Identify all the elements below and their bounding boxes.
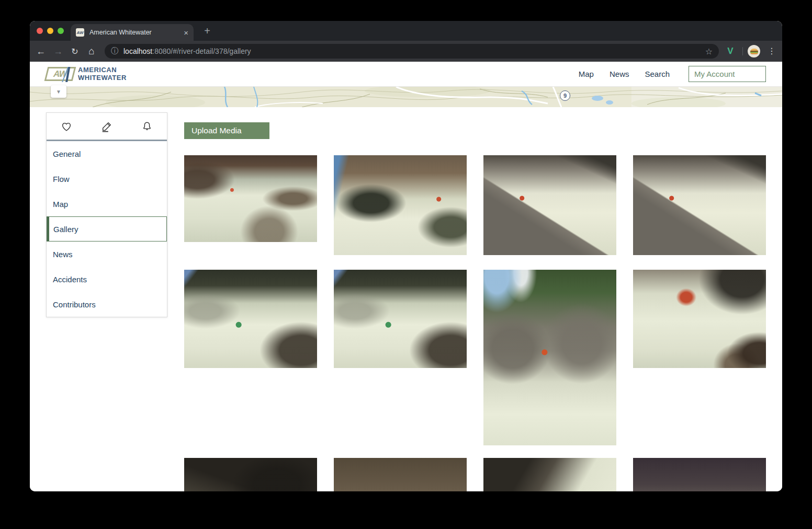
gallery-photo[interactable] bbox=[184, 155, 317, 242]
home-icon[interactable]: ⌂ bbox=[84, 41, 99, 62]
address-bar[interactable]: ⓘ localhost:8080/#/river-detail/378/gall… bbox=[105, 44, 719, 59]
pencil-icon bbox=[101, 121, 112, 132]
nav-link-map[interactable]: Map bbox=[579, 70, 594, 78]
browser-window: AW American Whitewater × + ← → ↻ ⌂ ⓘ loc… bbox=[30, 21, 782, 491]
sidebar-icon-row bbox=[47, 113, 167, 140]
sidebar-item-general[interactable]: General bbox=[47, 141, 167, 166]
photo-grid bbox=[184, 155, 766, 491]
heart-icon bbox=[61, 121, 72, 132]
river-map-preview[interactable]: ▼ 9 bbox=[30, 87, 782, 107]
upload-media-button[interactable]: Upload Media bbox=[184, 122, 269, 139]
gallery-photo[interactable] bbox=[184, 270, 317, 368]
gallery-photo[interactable] bbox=[483, 458, 616, 491]
nav-link-search[interactable]: Search bbox=[645, 70, 670, 78]
page-content: AW AMERICAN WHITEWATER Map News Search M… bbox=[30, 62, 782, 491]
bookmark-star-icon[interactable]: ☆ bbox=[705, 47, 713, 56]
close-window-button[interactable] bbox=[37, 28, 43, 34]
window-controls bbox=[37, 28, 64, 34]
photo-grid-row bbox=[184, 458, 766, 491]
site-logo[interactable]: AW AMERICAN WHITEWATER bbox=[46, 66, 127, 82]
sidebar-item-news[interactable]: News bbox=[47, 242, 167, 267]
topo-map-graphic bbox=[30, 87, 782, 107]
photo-grid-row bbox=[184, 270, 766, 445]
my-account-button[interactable]: My Account bbox=[689, 66, 766, 82]
aw-logo-mark: AW bbox=[44, 67, 76, 81]
vue-devtools-icon[interactable]: V bbox=[725, 41, 736, 62]
edit-button[interactable] bbox=[87, 113, 127, 140]
screen: AW American Whitewater × + ← → ↻ ⌂ ⓘ loc… bbox=[0, 0, 812, 529]
site-favicon-icon: AW bbox=[76, 28, 84, 37]
minimize-window-button[interactable] bbox=[47, 28, 53, 34]
overflow-menu-icon[interactable]: ⋮ bbox=[766, 41, 777, 62]
info-icon[interactable]: ⓘ bbox=[111, 47, 118, 56]
new-tab-button[interactable]: + bbox=[202, 25, 212, 37]
site-nav: Map News Search My Account bbox=[579, 66, 766, 82]
sidebar-item-flow[interactable]: Flow bbox=[47, 166, 167, 191]
forward-icon[interactable]: → bbox=[51, 41, 65, 62]
back-icon[interactable]: ← bbox=[33, 41, 48, 62]
url-text: localhost:8080/#/river-detail/378/galler… bbox=[123, 47, 701, 55]
gallery-photo[interactable] bbox=[334, 270, 467, 368]
url-path: :8080/#/river-detail/378/gallery bbox=[152, 47, 251, 55]
nav-link-news[interactable]: News bbox=[610, 70, 629, 78]
browser-tabbar: AW American Whitewater × + bbox=[30, 21, 782, 41]
map-collapse-button[interactable]: ▼ bbox=[51, 85, 66, 98]
browser-tab[interactable]: AW American Whitewater × bbox=[71, 24, 194, 41]
caret-down-icon: ▼ bbox=[56, 89, 61, 95]
site-header: AW AMERICAN WHITEWATER Map News Search M… bbox=[30, 62, 782, 87]
tab-title: American Whitewater bbox=[89, 29, 179, 36]
gallery-photo[interactable] bbox=[633, 270, 766, 368]
gallery-photo[interactable] bbox=[334, 155, 467, 255]
photo-grid-row bbox=[184, 155, 766, 255]
gallery-photo[interactable] bbox=[334, 458, 467, 491]
gallery-photo[interactable] bbox=[633, 155, 766, 255]
gallery-photo[interactable] bbox=[483, 155, 616, 255]
zoom-window-button[interactable] bbox=[58, 28, 64, 34]
sidebar-item-gallery[interactable]: Gallery bbox=[47, 216, 167, 242]
route-9-badge: 9 bbox=[560, 90, 570, 101]
profile-avatar[interactable] bbox=[748, 45, 760, 58]
sidebar-item-map[interactable]: Map bbox=[47, 191, 167, 216]
favorite-button[interactable] bbox=[47, 113, 87, 140]
browser-toolbar: ← → ↻ ⌂ ⓘ localhost:8080/#/river-detail/… bbox=[30, 41, 782, 62]
toolbar-divider bbox=[742, 47, 743, 55]
tab-close-icon[interactable]: × bbox=[184, 29, 188, 37]
bell-icon bbox=[141, 121, 153, 132]
refresh-icon[interactable]: ↻ bbox=[67, 41, 82, 62]
sidebar-item-contributors[interactable]: Contributors bbox=[47, 292, 167, 317]
gallery-photo[interactable] bbox=[633, 458, 766, 491]
aw-logo-text: AMERICAN WHITEWATER bbox=[78, 66, 127, 82]
gallery-photo[interactable] bbox=[483, 270, 616, 445]
notifications-button[interactable] bbox=[127, 113, 167, 140]
gallery-photo[interactable] bbox=[184, 458, 317, 491]
sidebar-item-accidents[interactable]: Accidents bbox=[47, 267, 167, 292]
burger-avatar-icon bbox=[750, 49, 758, 54]
river-detail-sidebar: General Flow Map Gallery News Accidents … bbox=[46, 112, 167, 317]
url-host: localhost bbox=[123, 47, 152, 55]
